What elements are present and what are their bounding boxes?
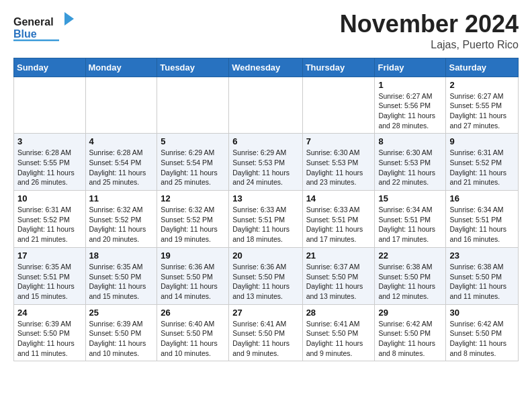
day-number: 5 bbox=[161, 136, 225, 146]
calendar-cell: 10Sunrise: 6:31 AMSunset: 5:52 PMDayligh… bbox=[14, 191, 86, 248]
calendar-cell: 6Sunrise: 6:29 AMSunset: 5:53 PMDaylight… bbox=[229, 134, 302, 191]
location: Lajas, Puerto Rico bbox=[340, 39, 519, 51]
weekday-header-friday: Friday bbox=[375, 58, 446, 77]
day-number: 13 bbox=[232, 193, 298, 203]
calendar-cell: 15Sunrise: 6:34 AMSunset: 5:51 PMDayligh… bbox=[375, 191, 446, 248]
calendar-cell: 8Sunrise: 6:30 AMSunset: 5:53 PMDaylight… bbox=[375, 134, 446, 191]
day-number: 4 bbox=[89, 136, 154, 146]
day-number: 9 bbox=[449, 136, 515, 146]
calendar-cell: 19Sunrise: 6:36 AMSunset: 5:50 PMDayligh… bbox=[157, 247, 229, 304]
day-number: 29 bbox=[378, 308, 442, 318]
day-info: Sunrise: 6:32 AMSunset: 5:52 PMDaylight:… bbox=[161, 205, 225, 244]
calendar-cell: 17Sunrise: 6:35 AMSunset: 5:51 PMDayligh… bbox=[14, 247, 86, 304]
day-info: Sunrise: 6:38 AMSunset: 5:50 PMDaylight:… bbox=[449, 262, 515, 302]
header: General Blue November 2024 Lajas, Puerto… bbox=[13, 11, 519, 51]
day-info: Sunrise: 6:30 AMSunset: 5:53 PMDaylight:… bbox=[378, 148, 442, 187]
day-info: Sunrise: 6:40 AMSunset: 5:50 PMDaylight:… bbox=[161, 319, 225, 359]
page: General Blue November 2024 Lajas, Puerto… bbox=[0, 0, 532, 372]
calendar-cell: 14Sunrise: 6:33 AMSunset: 5:51 PMDayligh… bbox=[302, 191, 375, 248]
calendar-cell: 4Sunrise: 6:28 AMSunset: 5:54 PMDaylight… bbox=[85, 134, 157, 191]
day-info: Sunrise: 6:42 AMSunset: 5:50 PMDaylight:… bbox=[449, 319, 515, 359]
calendar-cell bbox=[14, 77, 86, 134]
day-info: Sunrise: 6:29 AMSunset: 5:54 PMDaylight:… bbox=[161, 148, 225, 187]
day-info: Sunrise: 6:33 AMSunset: 5:51 PMDaylight:… bbox=[306, 205, 371, 244]
day-number: 26 bbox=[161, 308, 225, 318]
day-number: 22 bbox=[378, 250, 442, 261]
calendar-cell: 18Sunrise: 6:35 AMSunset: 5:50 PMDayligh… bbox=[85, 247, 157, 304]
calendar-table: SundayMondayTuesdayWednesdayThursdayFrid… bbox=[13, 58, 519, 362]
calendar-cell: 11Sunrise: 6:32 AMSunset: 5:52 PMDayligh… bbox=[85, 191, 157, 248]
calendar-cell: 5Sunrise: 6:29 AMSunset: 5:54 PMDaylight… bbox=[157, 134, 229, 191]
calendar-cell: 29Sunrise: 6:42 AMSunset: 5:50 PMDayligh… bbox=[375, 304, 446, 361]
calendar-week-row: 24Sunrise: 6:39 AMSunset: 5:50 PMDayligh… bbox=[14, 304, 519, 361]
day-info: Sunrise: 6:27 AMSunset: 5:56 PMDaylight:… bbox=[378, 91, 442, 131]
calendar-cell: 3Sunrise: 6:28 AMSunset: 5:55 PMDaylight… bbox=[14, 134, 86, 191]
day-number: 12 bbox=[161, 193, 225, 203]
day-info: Sunrise: 6:41 AMSunset: 5:50 PMDaylight:… bbox=[306, 319, 371, 359]
day-number: 7 bbox=[306, 136, 371, 146]
calendar-cell bbox=[302, 77, 375, 134]
weekday-header-tuesday: Tuesday bbox=[157, 58, 229, 77]
weekday-header-monday: Monday bbox=[85, 58, 157, 77]
calendar-week-row: 10Sunrise: 6:31 AMSunset: 5:52 PMDayligh… bbox=[14, 191, 519, 248]
calendar-cell: 20Sunrise: 6:36 AMSunset: 5:50 PMDayligh… bbox=[229, 247, 302, 304]
day-number: 11 bbox=[89, 193, 154, 203]
day-number: 16 bbox=[449, 193, 515, 203]
logo: General Blue bbox=[13, 11, 74, 43]
weekday-header-wednesday: Wednesday bbox=[229, 58, 302, 77]
day-info: Sunrise: 6:41 AMSunset: 5:50 PMDaylight:… bbox=[232, 319, 298, 359]
calendar-cell: 26Sunrise: 6:40 AMSunset: 5:50 PMDayligh… bbox=[157, 304, 229, 361]
svg-marker-1 bbox=[64, 12, 74, 26]
weekday-header-sunday: Sunday bbox=[14, 58, 86, 77]
calendar-cell: 25Sunrise: 6:39 AMSunset: 5:50 PMDayligh… bbox=[85, 304, 157, 361]
day-info: Sunrise: 6:33 AMSunset: 5:51 PMDaylight:… bbox=[232, 205, 298, 244]
calendar-week-row: 1Sunrise: 6:27 AMSunset: 5:56 PMDaylight… bbox=[14, 77, 519, 134]
calendar-cell: 24Sunrise: 6:39 AMSunset: 5:50 PMDayligh… bbox=[14, 304, 86, 361]
day-info: Sunrise: 6:34 AMSunset: 5:51 PMDaylight:… bbox=[449, 205, 515, 244]
weekday-header-thursday: Thursday bbox=[302, 58, 375, 77]
day-number: 1 bbox=[378, 80, 442, 90]
calendar-cell: 23Sunrise: 6:38 AMSunset: 5:50 PMDayligh… bbox=[446, 247, 519, 304]
calendar-cell: 2Sunrise: 6:27 AMSunset: 5:55 PMDaylight… bbox=[446, 77, 519, 134]
svg-text:Blue: Blue bbox=[13, 28, 37, 40]
calendar-cell: 22Sunrise: 6:38 AMSunset: 5:50 PMDayligh… bbox=[375, 247, 446, 304]
day-info: Sunrise: 6:34 AMSunset: 5:51 PMDaylight:… bbox=[378, 205, 442, 244]
logo-svg: General Blue bbox=[13, 11, 74, 43]
day-number: 14 bbox=[306, 193, 371, 203]
calendar-week-row: 17Sunrise: 6:35 AMSunset: 5:51 PMDayligh… bbox=[14, 247, 519, 304]
day-number: 19 bbox=[161, 250, 225, 261]
day-number: 28 bbox=[306, 308, 371, 318]
day-info: Sunrise: 6:27 AMSunset: 5:55 PMDaylight:… bbox=[449, 91, 515, 131]
weekday-header-row: SundayMondayTuesdayWednesdayThursdayFrid… bbox=[14, 58, 519, 77]
day-info: Sunrise: 6:29 AMSunset: 5:53 PMDaylight:… bbox=[232, 148, 298, 187]
day-info: Sunrise: 6:36 AMSunset: 5:50 PMDaylight:… bbox=[161, 262, 225, 302]
calendar-cell: 9Sunrise: 6:31 AMSunset: 5:52 PMDaylight… bbox=[446, 134, 519, 191]
calendar-cell bbox=[85, 77, 157, 134]
day-number: 6 bbox=[232, 136, 298, 146]
calendar-cell bbox=[229, 77, 302, 134]
calendar-cell: 16Sunrise: 6:34 AMSunset: 5:51 PMDayligh… bbox=[446, 191, 519, 248]
weekday-header-saturday: Saturday bbox=[446, 58, 519, 77]
day-number: 15 bbox=[378, 193, 442, 203]
day-info: Sunrise: 6:31 AMSunset: 5:52 PMDaylight:… bbox=[449, 148, 515, 187]
day-number: 27 bbox=[232, 308, 298, 318]
day-info: Sunrise: 6:37 AMSunset: 5:50 PMDaylight:… bbox=[306, 262, 371, 302]
calendar-cell bbox=[157, 77, 229, 134]
calendar-cell: 13Sunrise: 6:33 AMSunset: 5:51 PMDayligh… bbox=[229, 191, 302, 248]
day-info: Sunrise: 6:32 AMSunset: 5:52 PMDaylight:… bbox=[89, 205, 154, 244]
title-block: November 2024 Lajas, Puerto Rico bbox=[340, 11, 519, 51]
day-number: 3 bbox=[17, 136, 82, 146]
calendar-cell: 1Sunrise: 6:27 AMSunset: 5:56 PMDaylight… bbox=[375, 77, 446, 134]
calendar-week-row: 3Sunrise: 6:28 AMSunset: 5:55 PMDaylight… bbox=[14, 134, 519, 191]
day-number: 20 bbox=[232, 250, 298, 261]
day-number: 21 bbox=[306, 250, 371, 261]
day-info: Sunrise: 6:28 AMSunset: 5:55 PMDaylight:… bbox=[17, 148, 82, 187]
calendar-cell: 21Sunrise: 6:37 AMSunset: 5:50 PMDayligh… bbox=[302, 247, 375, 304]
day-info: Sunrise: 6:38 AMSunset: 5:50 PMDaylight:… bbox=[378, 262, 442, 302]
day-number: 17 bbox=[17, 250, 82, 261]
day-info: Sunrise: 6:36 AMSunset: 5:50 PMDaylight:… bbox=[232, 262, 298, 302]
day-info: Sunrise: 6:30 AMSunset: 5:53 PMDaylight:… bbox=[306, 148, 371, 187]
day-info: Sunrise: 6:35 AMSunset: 5:50 PMDaylight:… bbox=[89, 262, 154, 302]
day-info: Sunrise: 6:39 AMSunset: 5:50 PMDaylight:… bbox=[89, 319, 154, 359]
calendar-cell: 27Sunrise: 6:41 AMSunset: 5:50 PMDayligh… bbox=[229, 304, 302, 361]
